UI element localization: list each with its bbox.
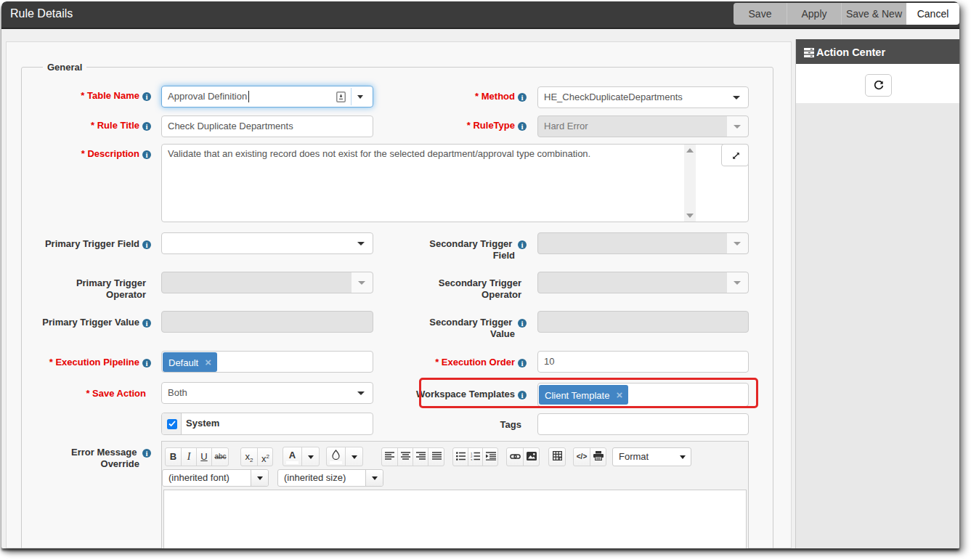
- svg-text:3: 3: [471, 458, 473, 460]
